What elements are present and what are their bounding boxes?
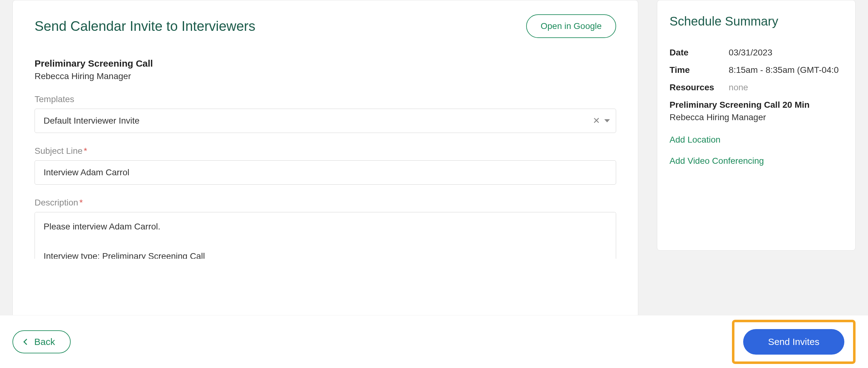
templates-selected-value: Default Interviewer Invite — [43, 116, 140, 126]
summary-resources-row: Resources none — [670, 83, 843, 92]
interviewer-name: Rebecca Hiring Manager — [35, 71, 616, 81]
required-asterisk: * — [84, 146, 87, 156]
subject-input[interactable] — [35, 160, 616, 185]
clear-icon[interactable]: ✕ — [593, 117, 600, 125]
summary-resources-label: Resources — [670, 83, 729, 92]
page-title: Send Calendar Invite to Interviewers — [35, 19, 255, 34]
back-button-label: Back — [34, 337, 55, 347]
summary-date-value: 03/31/2023 — [729, 48, 772, 58]
open-in-google-button[interactable]: Open in Google — [526, 14, 616, 38]
description-label: Description* — [35, 198, 616, 208]
summary-date-label: Date — [670, 48, 729, 58]
summary-time-value: 8:15am - 8:35am (GMT-04:0 — [729, 65, 839, 75]
select-icons: ✕ — [593, 117, 610, 125]
description-textarea[interactable]: Please interview Adam Carrol. Interview … — [35, 212, 616, 259]
add-location-link[interactable]: Add Location — [670, 135, 843, 145]
summary-resources-value: none — [729, 83, 748, 92]
chevron-left-icon — [23, 339, 30, 345]
templates-select-wrapper: Default Interviewer Invite ✕ — [35, 109, 616, 133]
send-invites-highlight: Send Invites — [732, 320, 856, 364]
subject-label: Subject Line* — [35, 146, 616, 156]
footer-bar: Back Send Invites — [0, 315, 868, 368]
summary-person: Rebecca Hiring Manager — [670, 113, 843, 122]
chevron-down-icon[interactable] — [604, 119, 610, 122]
calendar-invite-card: Send Calendar Invite to Interviewers Ope… — [12, 0, 638, 368]
call-name: Preliminary Screening Call — [35, 58, 616, 69]
summary-title: Schedule Summary — [670, 14, 843, 28]
summary-date-row: Date 03/31/2023 — [670, 48, 843, 58]
templates-label: Templates — [35, 94, 616, 104]
summary-time-row: Time 8:15am - 8:35am (GMT-04:0 — [670, 65, 843, 75]
back-button[interactable]: Back — [12, 330, 71, 354]
send-invites-button[interactable]: Send Invites — [743, 329, 844, 355]
description-label-text: Description — [35, 198, 78, 207]
summary-call-title: Preliminary Screening Call 20 Min — [670, 100, 843, 110]
schedule-summary-card: Schedule Summary Date 03/31/2023 Time 8:… — [657, 0, 856, 251]
summary-time-label: Time — [670, 65, 729, 75]
required-asterisk: * — [80, 198, 83, 207]
add-video-conferencing-link[interactable]: Add Video Conferencing — [670, 156, 843, 166]
card-header: Send Calendar Invite to Interviewers Ope… — [35, 14, 616, 38]
subject-label-text: Subject Line — [35, 146, 83, 156]
templates-select[interactable]: Default Interviewer Invite — [35, 109, 616, 133]
